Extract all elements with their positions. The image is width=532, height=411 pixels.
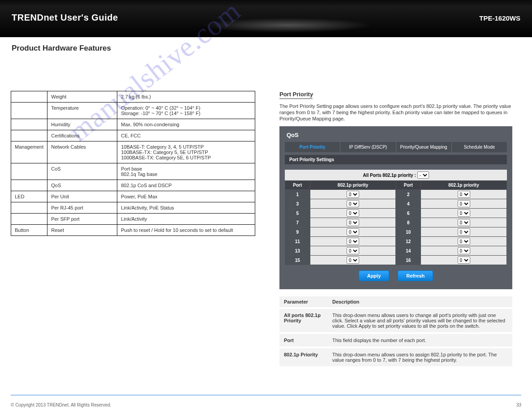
spec-value: Link/Activity, PoE Status: [117, 202, 255, 214]
port-priority-select[interactable]: 0: [458, 257, 470, 264]
port-priority-cell: 0: [421, 209, 507, 218]
priority-grid: Port 802.1p priority Port 802.1p priorit…: [285, 180, 507, 265]
spec-value: CE, FCC: [117, 130, 255, 141]
apply-button[interactable]: Apply: [359, 270, 390, 281]
spec-value: Link/Activity: [117, 214, 255, 225]
port-priority-cell: 0: [310, 218, 396, 227]
copyright: © Copyright 2013 TRENDnet. All Rights Re…: [11, 402, 112, 407]
qos-panel: QoS Port Priority IP DiffServ (DSCP) Pri…: [279, 126, 512, 289]
port-priority-select[interactable]: 0: [347, 191, 359, 198]
desc-row-text: This drop-down menu allows users to chan…: [328, 308, 512, 333]
guide-title: TRENDnet User's Guide: [12, 13, 118, 23]
port-priority-select[interactable]: 0: [347, 238, 359, 245]
port-number: 5: [285, 209, 310, 218]
port-priority-select[interactable]: 0: [347, 247, 359, 254]
port-number: 11: [285, 237, 310, 246]
port-priority-select[interactable]: 0: [458, 238, 470, 245]
spec-label: Per SFP port: [47, 214, 117, 225]
port-priority-cell: 0: [310, 237, 396, 246]
port-priority-cell: 0: [421, 256, 507, 265]
spec-value: Max. 90% non-condensing: [117, 119, 255, 130]
spec-value: Operation: 0° ~ 40° C (32° ~ 104° F)Stor…: [117, 103, 255, 119]
spec-label: Temperature: [47, 103, 117, 119]
spec-value: Port base802.1q Tag base: [117, 163, 255, 180]
port-priority-select[interactable]: 0: [347, 210, 359, 217]
spec-label: Humidity: [47, 119, 117, 130]
port-number: 15: [285, 256, 310, 265]
port-priority-cell: 0: [310, 209, 396, 218]
spec-group: [11, 91, 47, 103]
footer-rule: [11, 395, 521, 395]
spec-table: Weight2.7 kg (6 lbs.)TemperatureOperatio…: [11, 91, 255, 236]
spec-value: 802.1p CoS and DSCP: [117, 180, 255, 191]
spec-value: Push to reset / Hold for 10 seconds to s…: [117, 225, 255, 236]
port-priority-select[interactable]: 0: [458, 210, 470, 217]
port-priority-select[interactable]: 0: [347, 219, 359, 226]
spec-group: [11, 214, 47, 225]
tab-priority-queue-mapping[interactable]: Priority/Queue Mapping: [396, 142, 452, 152]
port-priority-cell: 0: [421, 199, 507, 209]
page-number: 33: [516, 402, 521, 407]
spec-group: Management: [11, 141, 47, 163]
port-number: 9: [285, 227, 310, 237]
spec-label: Per Unit: [47, 191, 117, 202]
spec-group: [11, 103, 47, 119]
port-priority-settings-bar: Port Priority Settings: [285, 155, 507, 164]
desc-row-label: Port: [279, 333, 328, 347]
spec-label: Certifications: [47, 130, 117, 141]
spec-label: QoS: [47, 180, 117, 191]
port-number: 1: [285, 190, 310, 199]
port-number: 2: [396, 190, 421, 199]
port-number: 4: [396, 199, 421, 209]
port-priority-select[interactable]: 0: [347, 257, 359, 264]
port-number: 7: [285, 218, 310, 227]
col-priority-left: 802.1p priority: [310, 181, 396, 190]
port-priority-heading: Port Priority: [279, 91, 521, 98]
port-priority-select[interactable]: 0: [458, 191, 470, 198]
port-priority-select[interactable]: 0: [458, 247, 470, 254]
col-port-right: Port: [396, 181, 421, 190]
port-priority-select[interactable]: 0: [347, 228, 359, 235]
port-priority-select[interactable]: 0: [347, 200, 359, 207]
port-priority-description: The Port Priority Setting page allows us…: [279, 103, 521, 122]
desc-row-text: This field displays the number of each p…: [328, 333, 512, 347]
tab-schedule-mode[interactable]: Schedule Mode: [452, 142, 507, 152]
port-priority-select[interactable]: 0: [458, 200, 470, 207]
tab-port-priority[interactable]: Port Priority: [285, 142, 340, 152]
port-priority-cell: 0: [310, 199, 396, 209]
all-ports-label: All Ports 802.1p priority :: [363, 173, 416, 178]
col-port-left: Port: [285, 181, 310, 190]
port-number: 8: [396, 218, 421, 227]
port-priority-cell: 0: [310, 227, 396, 237]
spec-value: 2.7 kg (6 lbs.): [117, 91, 255, 103]
refresh-button[interactable]: Refresh: [398, 270, 433, 281]
button-row: Apply Refresh: [285, 265, 507, 282]
spec-label: CoS: [47, 163, 117, 180]
desc-row-text: This drop-down menu allows users to assi…: [328, 347, 512, 366]
tab-ip-diffserv[interactable]: IP DiffServ (DSCP): [340, 142, 396, 152]
all-ports-row: All Ports 802.1p priority : -: [285, 170, 507, 180]
spec-label: Per RJ-45 port: [47, 202, 117, 214]
all-ports-select[interactable]: -: [417, 171, 429, 179]
port-priority-cell: 0: [421, 218, 507, 227]
spec-value: 10BASE-T: Category 3, 4, 5 UTP/STP100BAS…: [117, 141, 255, 163]
port-priority-cell: 0: [310, 246, 396, 256]
page-footer: © Copyright 2013 TRENDnet. All Rights Re…: [0, 395, 532, 411]
spec-label: Weight: [47, 91, 117, 103]
spec-label: Reset: [47, 225, 117, 236]
spec-group: [11, 202, 47, 214]
port-number: 14: [396, 246, 421, 256]
desc-header-description: Description: [328, 296, 512, 308]
port-priority-select[interactable]: 0: [458, 228, 470, 235]
spec-group: Button: [11, 225, 47, 236]
port-priority-cell: 0: [421, 237, 507, 246]
port-priority-cell: 0: [310, 190, 396, 199]
heading-underline: [279, 98, 313, 99]
port-number: 6: [396, 209, 421, 218]
qos-tabs: Port Priority IP DiffServ (DSCP) Priorit…: [285, 142, 507, 152]
port-priority-select[interactable]: 0: [458, 219, 470, 226]
spec-group: [11, 180, 47, 191]
port-priority-cell: 0: [310, 256, 396, 265]
port-priority-cell: 0: [421, 190, 507, 199]
port-priority-cell: 0: [421, 227, 507, 237]
